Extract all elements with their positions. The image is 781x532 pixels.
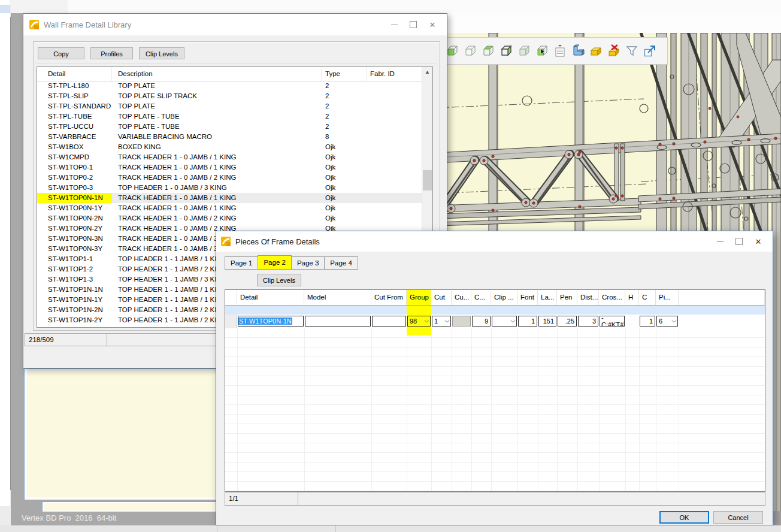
field-model[interactable] [305, 316, 371, 327]
column-header-pen[interactable]: Pen [557, 290, 577, 305]
scroll-up-icon[interactable]: ▲ [422, 67, 432, 77]
open-box-icon[interactable] [587, 42, 605, 60]
library-table-row[interactable]: ST-W1CMPDTRACK HEADER 1 - 0 JAMB / 1 KIN… [37, 152, 422, 162]
column-header-detail[interactable]: Detail [37, 67, 112, 81]
empty-insert-row[interactable] [225, 305, 765, 315]
column-header-c[interactable]: C [639, 290, 656, 305]
tab-page-3[interactable]: Page 3 [291, 256, 325, 270]
field-la[interactable]: 151 [538, 316, 556, 327]
row-selector[interactable] [225, 315, 237, 328]
column-header-la[interactable]: La... [538, 290, 557, 305]
dropdown-chevron-icon[interactable] [423, 320, 430, 323]
column-header-fabr-id[interactable]: Fabr. ID [367, 67, 420, 81]
library-table-row[interactable]: ST-W1TOP0-1TRACK HEADER 1 - 0 JAMB / 1 K… [37, 162, 422, 173]
tab-page-2[interactable]: Page 2 [258, 255, 291, 270]
cell-fabr_id [367, 203, 420, 213]
library-table-row[interactable]: ST-W1TOP0N-1NTRACK HEADER 1 - 0 JAMB / 1… [37, 193, 422, 203]
field-cros[interactable]: -C:#KT# [600, 316, 625, 327]
export-view-icon[interactable] [641, 42, 659, 60]
tab-page-4[interactable]: Page 4 [324, 256, 358, 270]
pieces-dialog: Pieces Of Frame Details ✕ Page 1Page 2Pa… [216, 231, 773, 525]
column-header-pi[interactable]: Pi... [656, 290, 679, 305]
library-table-row[interactable]: ST-TPL-TUBETOP PLATE - TUBE2 [37, 111, 422, 122]
library-table-row[interactable]: ST-W1TOP0-3TOP HEADER 1 - 0 JAMB / 3 KIN… [37, 183, 422, 193]
record-count: 218/509 [25, 334, 107, 346]
pieces-data-row[interactable]: ST-W1TOP0N-1N98191151.253-C:#KT#16 [225, 315, 765, 328]
cell-description: TRACK HEADER 1 - 0 JAMB / 1 KING [112, 162, 322, 173]
cell-fabr_id [367, 213, 420, 223]
cube-back-face-icon[interactable] [479, 42, 497, 60]
cell-description: TRACK HEADER 1 - 0 JAMB / 1 KING [112, 203, 322, 213]
field-font[interactable]: 1 [518, 316, 537, 327]
filter-funnel-icon[interactable] [623, 42, 641, 60]
minimize-button[interactable] [710, 231, 729, 252]
column-header-group[interactable]: Group [407, 290, 431, 305]
clip-levels-button[interactable]: Clip Levels [257, 274, 301, 286]
cube-select-cursor-icon[interactable] [533, 42, 551, 60]
profiles-button[interactable]: Profiles [90, 47, 133, 59]
field-group[interactable]: 98 [407, 316, 431, 327]
dropdown-chevron-icon[interactable] [670, 320, 677, 323]
list-document-icon[interactable] [551, 42, 569, 60]
library-table-row[interactable]: ST-TPL-STANDARDTOP PLATE2 [37, 101, 422, 111]
tab-page-1[interactable]: Page 1 [225, 256, 258, 270]
clip-levels-button[interactable]: Clip Levels [139, 47, 184, 59]
cell-description: TOP HEADER 1 - 0 JAMB / 3 KING [112, 183, 322, 193]
field-c[interactable]: 9 [472, 316, 491, 327]
column-header-select[interactable] [225, 290, 237, 305]
field-cut_from[interactable] [372, 316, 406, 327]
close-button[interactable]: ✕ [749, 231, 768, 252]
column-header-cu[interactable]: Cu... [452, 290, 471, 305]
column-header-cut[interactable]: Cut [431, 290, 452, 305]
field-cut[interactable]: 1 [432, 316, 451, 327]
minimize-button[interactable] [385, 14, 404, 35]
cell-detail: ST-W1TOP0N-1Y [37, 203, 112, 213]
scrollbar-thumb[interactable] [423, 170, 432, 191]
dropdown-chevron-icon[interactable] [509, 320, 516, 323]
grid-line [304, 328, 305, 491]
library-table-row[interactable]: ST-VARBRACEVARIABLE BRACING MACRO8 [37, 132, 422, 142]
cube-front-face-icon[interactable] [497, 42, 515, 60]
cell-detail: ST-W1TOP0N-1N [37, 193, 112, 203]
grid-line [471, 328, 472, 491]
column-header-cros[interactable]: Cros... [599, 290, 625, 305]
cube-solid-icon[interactable] [515, 42, 533, 60]
ok-button[interactable]: OK [659, 511, 709, 524]
column-header-description[interactable]: Description [112, 67, 322, 81]
delete-box-icon[interactable] [605, 42, 623, 60]
column-header-c[interactable]: C... [471, 290, 491, 305]
column-header-model[interactable]: Model [304, 290, 371, 305]
library-table-row[interactable]: ST-W1TOP0-2TRACK HEADER 1 - 0 JAMB / 2 K… [37, 173, 422, 183]
cell-fabr_id [367, 193, 420, 203]
field-clip[interactable] [492, 316, 517, 327]
library-table-row[interactable]: ST-W1BOXBOXED KINGOjk [37, 142, 422, 152]
field-c2[interactable]: 1 [640, 316, 655, 327]
cube-wireframe-icon[interactable] [461, 42, 479, 60]
library-table-row[interactable]: ST-TPL-L180TOP PLATE2 [37, 81, 422, 91]
cancel-button[interactable]: Cancel [713, 511, 763, 524]
field-cu[interactable] [452, 316, 471, 327]
column-header-h[interactable]: H [625, 290, 639, 305]
column-header-type[interactable]: Type [322, 67, 367, 81]
column-header-clip[interactable]: Clip ... [491, 290, 517, 305]
close-button[interactable]: ✕ [423, 14, 442, 35]
cell-detail: ST-W1TOP1N-2N [37, 305, 112, 315]
field-pen[interactable]: .25 [558, 316, 577, 327]
dropdown-chevron-icon[interactable] [443, 320, 450, 323]
maximize-button[interactable] [729, 231, 749, 252]
field-detail[interactable]: ST-W1TOP0N-1N [238, 316, 304, 327]
column-header-dist[interactable]: Dist... [577, 290, 599, 305]
field-pi[interactable]: 6 [656, 316, 678, 327]
column-header-detail[interactable]: Detail [237, 290, 304, 305]
profile-solid-icon[interactable] [569, 42, 587, 60]
copy-button[interactable]: Copy [38, 47, 84, 59]
column-header-cut-from[interactable]: Cut From [371, 290, 407, 305]
maximize-button[interactable] [404, 14, 423, 35]
library-table-row[interactable]: ST-TPL-SLIPTOP PLATE SLIP TRACK2 [37, 91, 422, 101]
library-table-row[interactable]: ST-W1TOP0N-2NTRACK HEADER 1 - 0 JAMB / 2… [37, 213, 422, 223]
library-table-row[interactable]: ST-TPL-UCCUTOP PLATE - TUBE2 [37, 122, 422, 132]
library-table-row[interactable]: ST-W1TOP0N-1YTRACK HEADER 1 - 0 JAMB / 1… [37, 203, 422, 213]
column-header-font[interactable]: Font [517, 290, 538, 305]
cell-description: BOXED KING [112, 142, 322, 152]
field-dist[interactable]: 3 [578, 316, 598, 327]
